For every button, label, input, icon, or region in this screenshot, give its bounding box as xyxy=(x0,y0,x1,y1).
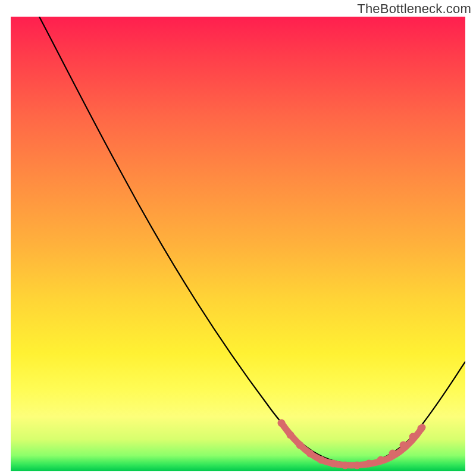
svg-point-4 xyxy=(318,456,325,464)
svg-point-10 xyxy=(389,450,397,458)
svg-point-8 xyxy=(365,460,373,468)
svg-point-2 xyxy=(296,441,304,449)
svg-point-9 xyxy=(377,456,385,464)
plot-area xyxy=(11,17,465,471)
attribution-text: TheBottleneck.com xyxy=(357,1,471,17)
svg-point-1 xyxy=(287,431,295,439)
curve-layer xyxy=(11,17,465,471)
svg-point-3 xyxy=(306,450,314,458)
main-curve xyxy=(39,17,465,464)
svg-point-7 xyxy=(353,462,361,469)
svg-point-6 xyxy=(342,462,349,469)
highlight-dots xyxy=(278,419,425,469)
svg-point-13 xyxy=(418,425,425,433)
svg-point-5 xyxy=(330,460,337,468)
svg-point-0 xyxy=(278,419,286,427)
svg-point-12 xyxy=(409,433,417,441)
svg-point-11 xyxy=(400,441,408,449)
chart-frame: TheBottleneck.com xyxy=(0,0,476,476)
